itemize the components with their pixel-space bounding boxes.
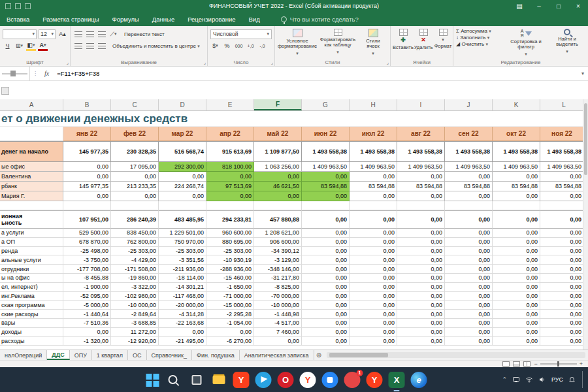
font-dialog-launcher-icon[interactable]: ⌟ bbox=[67, 60, 69, 65]
row-label[interactable]: денег на начало bbox=[0, 141, 63, 162]
cell[interactable]: 0,00 bbox=[540, 328, 588, 337]
align-left-icon[interactable] bbox=[73, 41, 83, 51]
cell[interactable]: 0,00 bbox=[540, 274, 588, 283]
month-header-cell[interactable]: мар 22 bbox=[159, 127, 206, 141]
cell[interactable]: 0,00 bbox=[254, 191, 302, 201]
column-header[interactable]: E bbox=[206, 99, 254, 110]
row-label[interactable]: ы на офис bbox=[0, 274, 63, 283]
cell[interactable]: -1 448,98 bbox=[254, 310, 302, 319]
name-box[interactable] bbox=[0, 67, 30, 81]
cell[interactable]: 83 594,88 bbox=[397, 182, 445, 191]
cell[interactable]: 0,00 bbox=[445, 191, 493, 201]
cell[interactable]: 0,00 bbox=[63, 328, 111, 337]
cell[interactable]: 0,00 bbox=[445, 292, 493, 301]
cell[interactable]: 0,00 bbox=[445, 210, 493, 229]
cell[interactable] bbox=[159, 201, 206, 210]
circle-app-icon[interactable] bbox=[322, 372, 338, 388]
ribbon-tab[interactable]: Данные bbox=[146, 12, 181, 26]
vertical-scrollbar[interactable] bbox=[583, 99, 588, 350]
row-label[interactable]: ренда bbox=[0, 247, 63, 256]
zoom-slider-knob[interactable] bbox=[557, 361, 559, 367]
cell[interactable]: -6 270,00 bbox=[206, 337, 254, 346]
month-header-cell[interactable]: янв 22 bbox=[63, 127, 111, 141]
cell[interactable]: 1 063 256,00 bbox=[254, 162, 302, 172]
cell[interactable]: -1 900,00 bbox=[63, 283, 111, 292]
cell[interactable]: 0,00 bbox=[493, 191, 540, 201]
align-bottom-icon[interactable] bbox=[97, 29, 106, 39]
cell[interactable]: 1 229 501,00 bbox=[159, 229, 206, 238]
formula-input[interactable]: =F11+F35+F38 bbox=[53, 70, 581, 77]
format-as-table-button[interactable]: Форматировать как таблицу▾ bbox=[318, 28, 357, 59]
cell[interactable]: 0,00 bbox=[302, 283, 350, 292]
cell[interactable]: 1 409 963,50 bbox=[397, 162, 445, 172]
cell[interactable]: 0,00 bbox=[445, 337, 493, 346]
cell[interactable]: -4 314,28 bbox=[159, 310, 206, 319]
month-header-cell[interactable]: сен 22 bbox=[445, 127, 493, 141]
cell[interactable]: 0,00 bbox=[350, 265, 397, 274]
cell[interactable]: 0,00 bbox=[540, 292, 588, 301]
cell[interactable]: -25 303,00 bbox=[111, 247, 159, 256]
telegram-icon[interactable] bbox=[255, 372, 272, 388]
decrease-decimal-icon[interactable]: -,0 bbox=[257, 41, 267, 51]
cell[interactable]: 0,00 bbox=[159, 191, 206, 201]
cell[interactable]: 678 870,00 bbox=[63, 238, 111, 247]
cell[interactable]: 0,00 bbox=[302, 265, 350, 274]
cell[interactable]: 0,00 bbox=[302, 229, 350, 238]
wrap-text-button[interactable]: Перенести текст bbox=[124, 31, 165, 37]
cell[interactable]: 0,00 bbox=[397, 292, 445, 301]
cell[interactable]: 0,00 bbox=[540, 191, 588, 201]
column-header[interactable]: L bbox=[540, 99, 588, 110]
cell[interactable]: 0,00 bbox=[111, 172, 159, 182]
cell[interactable]: 0,00 bbox=[350, 191, 397, 201]
cell[interactable]: -71 000,00 bbox=[206, 292, 254, 301]
cell[interactable]: -70 000,00 bbox=[254, 292, 302, 301]
row-label[interactable]: Мария Г. bbox=[0, 191, 63, 201]
accounting-format-icon[interactable]: $▾ bbox=[210, 41, 220, 51]
cell[interactable]: 1 409 963,50 bbox=[302, 162, 350, 172]
cell[interactable]: 0,00 bbox=[493, 283, 540, 292]
cell[interactable]: 762 800,00 bbox=[111, 238, 159, 247]
cell[interactable]: -10 000,00 bbox=[254, 301, 302, 310]
cell-styles-button[interactable]: Стили ячеек▾ bbox=[359, 28, 387, 59]
cell[interactable]: 0,00 bbox=[302, 310, 350, 319]
cell[interactable]: 0,00 bbox=[63, 162, 111, 172]
row-label[interactable]: доходы bbox=[0, 328, 63, 337]
month-header-cell[interactable]: июл 22 bbox=[350, 127, 397, 141]
name-box-slider-knob[interactable] bbox=[10, 71, 16, 76]
row-label[interactable] bbox=[0, 127, 63, 141]
cell[interactable]: 0,00 bbox=[493, 247, 540, 256]
conditional-formatting-button[interactable]: Условное форматирование▾ bbox=[278, 28, 317, 59]
zoom-slider[interactable] bbox=[540, 363, 577, 365]
cell[interactable] bbox=[254, 201, 302, 210]
find-select-button[interactable]: Найти и выделить▾ bbox=[549, 28, 585, 59]
horizontal-scrollbar-thumb[interactable] bbox=[329, 353, 388, 357]
cell[interactable]: 483 485,95 bbox=[159, 210, 206, 229]
cell[interactable]: 0,00 bbox=[350, 172, 397, 182]
cell[interactable]: 0,00 bbox=[302, 238, 350, 247]
cell[interactable] bbox=[350, 201, 397, 210]
cell[interactable]: -3 750,00 bbox=[63, 255, 111, 265]
cell[interactable]: 0,00 bbox=[540, 172, 588, 182]
cell[interactable]: -288 936,00 bbox=[206, 265, 254, 274]
cell[interactable]: 0,00 bbox=[350, 337, 397, 346]
format-cells-button[interactable]: ▾ Формат bbox=[434, 28, 452, 59]
cell[interactable]: 0,00 bbox=[540, 310, 588, 319]
sheet-tab[interactable]: ОПУ bbox=[70, 350, 92, 360]
cell[interactable]: 0,00 bbox=[493, 255, 540, 265]
start-icon[interactable] bbox=[144, 372, 161, 388]
cell[interactable]: 0,00 bbox=[397, 255, 445, 265]
cell[interactable]: -19 860,00 bbox=[111, 274, 159, 283]
cell[interactable]: -22 163,68 bbox=[159, 319, 206, 328]
styles-dialog-launcher-icon[interactable]: ⌟ bbox=[387, 60, 389, 65]
cell[interactable]: 0,00 bbox=[397, 247, 445, 256]
number-dialog-launcher-icon[interactable]: ⌟ bbox=[271, 60, 273, 65]
cell[interactable]: 0,00 bbox=[63, 191, 111, 201]
row-label[interactable]: вары bbox=[0, 319, 63, 328]
cell[interactable]: 0,00 bbox=[445, 238, 493, 247]
cell[interactable]: -20 000,00 bbox=[159, 301, 206, 310]
cell[interactable]: 0,00 bbox=[493, 292, 540, 301]
row-label[interactable]: ская программа bbox=[0, 301, 63, 310]
cell[interactable]: -1 440,64 bbox=[63, 310, 111, 319]
month-header-cell[interactable]: апр 22 bbox=[206, 127, 254, 141]
undo-icon[interactable] bbox=[15, 3, 21, 9]
